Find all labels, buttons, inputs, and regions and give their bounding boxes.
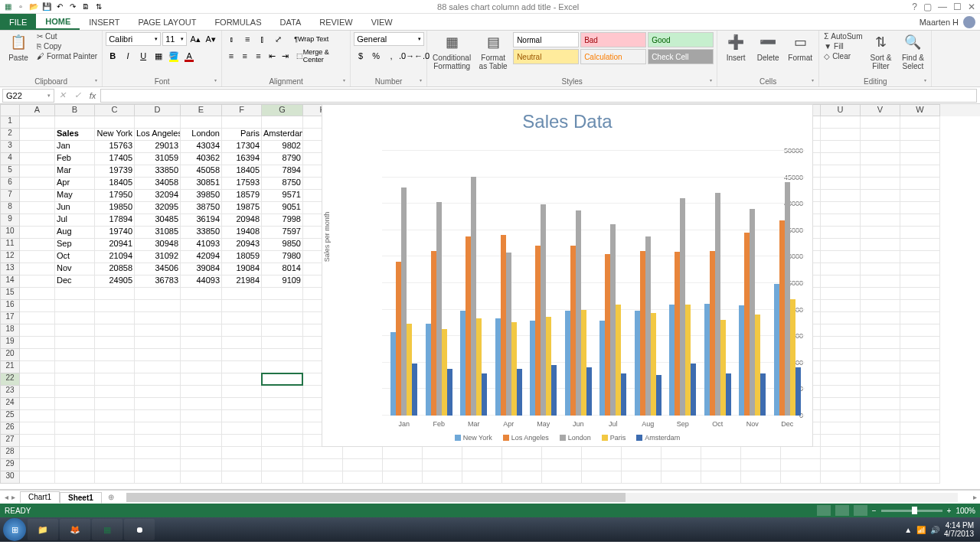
cell[interactable]	[135, 361, 181, 373]
cell[interactable]: 43034	[181, 141, 222, 153]
find-select-button[interactable]: 🔍Find & Select	[897, 32, 928, 72]
cell[interactable]	[262, 386, 303, 398]
cell[interactable]	[95, 116, 135, 129]
cell[interactable]	[55, 459, 95, 471]
cell[interactable]	[821, 471, 861, 484]
cell[interactable]: 17405	[95, 153, 135, 165]
cell[interactable]	[343, 459, 383, 471]
cell[interactable]	[20, 459, 55, 471]
cell[interactable]	[900, 300, 940, 312]
cell[interactable]	[821, 276, 861, 288]
legend-item[interactable]: Paris	[602, 434, 626, 442]
chart-plot-area[interactable]: Sales per month 050001000015000200002500…	[356, 135, 805, 431]
cell[interactable]: 34506	[135, 263, 181, 276]
col-header-V[interactable]: V	[861, 104, 900, 116]
cell[interactable]	[181, 337, 222, 349]
embedded-chart[interactable]: Sales Data Sales per month 0500010000150…	[322, 104, 813, 447]
cell[interactable]	[622, 471, 662, 484]
cell[interactable]	[861, 153, 900, 165]
cell[interactable]	[542, 459, 582, 471]
row-header[interactable]: 20	[0, 349, 20, 361]
bar[interactable]	[635, 311, 640, 416]
cell[interactable]	[55, 471, 95, 484]
fx-icon[interactable]: fx	[85, 91, 100, 100]
cell-styles-gallery[interactable]: NormalBadGoodNeutralCalculationCheck Cel…	[513, 32, 714, 64]
bar[interactable]	[431, 251, 436, 416]
cell[interactable]	[821, 349, 861, 361]
legend-item[interactable]: Los Angeles	[503, 434, 549, 442]
col-header-E[interactable]: E	[181, 104, 222, 116]
cell[interactable]	[222, 300, 262, 312]
cell[interactable]	[861, 178, 900, 190]
cell[interactable]	[20, 373, 55, 386]
cell[interactable]: New York	[95, 129, 135, 141]
sheet-nav[interactable]: ◂▸	[0, 493, 20, 501]
row-header[interactable]: 21	[0, 361, 20, 373]
font-size-combo[interactable]: 11▾	[162, 32, 187, 46]
cell[interactable]	[900, 410, 940, 422]
cell[interactable]: 16394	[222, 153, 262, 165]
cell[interactable]	[900, 422, 940, 435]
bar-group[interactable]: Feb	[422, 135, 457, 416]
cell[interactable]	[135, 410, 181, 422]
cell[interactable]: 45058	[181, 165, 222, 178]
cell[interactable]	[701, 471, 741, 484]
ribbon-display-icon[interactable]: ▢	[923, 2, 932, 12]
cell[interactable]	[821, 227, 861, 239]
bar[interactable]	[546, 317, 551, 416]
cell[interactable]	[900, 165, 940, 178]
bar[interactable]	[517, 369, 522, 416]
cell[interactable]	[861, 471, 900, 484]
bar[interactable]	[511, 322, 517, 416]
cell[interactable]	[181, 435, 222, 447]
cell[interactable]	[303, 447, 343, 459]
tab-file[interactable]: FILE	[0, 14, 36, 30]
bar[interactable]	[750, 209, 755, 416]
cell[interactable]	[262, 300, 303, 312]
cell[interactable]	[423, 447, 462, 459]
cell[interactable]	[861, 300, 900, 312]
cell[interactable]: 20941	[95, 239, 135, 251]
cell[interactable]	[262, 447, 303, 459]
bar[interactable]	[495, 318, 501, 416]
cell[interactable]	[181, 288, 222, 300]
cell[interactable]	[20, 337, 55, 349]
cell[interactable]: 18405	[95, 178, 135, 190]
cell[interactable]	[861, 251, 900, 263]
indent-right-icon[interactable]: ⇥	[279, 49, 292, 63]
cell[interactable]	[20, 300, 55, 312]
cell[interactable]	[55, 422, 95, 435]
row-header[interactable]: 7	[0, 190, 20, 202]
system-tray[interactable]: ▲ 📶 🔊 4:14 PM 4/7/2013	[904, 521, 977, 538]
cell[interactable]	[262, 324, 303, 337]
cell[interactable]	[861, 288, 900, 300]
bar[interactable]	[599, 321, 605, 416]
bar-group[interactable]: Apr	[492, 135, 527, 416]
print-preview-icon[interactable]: 🗎	[80, 2, 91, 12]
cell[interactable]	[462, 447, 502, 459]
cell[interactable]: Los Angeles	[135, 129, 181, 141]
formula-input[interactable]	[100, 89, 977, 103]
cell[interactable]	[900, 263, 940, 276]
chart-title[interactable]: Sales Data	[322, 105, 812, 135]
cell[interactable]	[135, 373, 181, 386]
cell[interactable]	[135, 435, 181, 447]
cell[interactable]: 20948	[222, 214, 262, 227]
cell[interactable]: 39084	[181, 263, 222, 276]
cell[interactable]	[20, 165, 55, 178]
bar[interactable]	[466, 236, 471, 416]
cell[interactable]	[861, 227, 900, 239]
bar[interactable]	[586, 367, 592, 416]
add-sheet-button[interactable]: ⊕	[102, 493, 120, 501]
cell[interactable]: Jan	[55, 141, 95, 153]
cell[interactable]	[135, 300, 181, 312]
cell[interactable]	[821, 288, 861, 300]
legend-item[interactable]: Amsterdam	[636, 434, 680, 442]
cell[interactable]	[542, 447, 582, 459]
cell[interactable]	[900, 324, 940, 337]
cell[interactable]	[20, 276, 55, 288]
cell[interactable]: 20858	[95, 263, 135, 276]
cell[interactable]	[222, 324, 262, 337]
tab-review[interactable]: REVIEW	[310, 14, 361, 30]
cell[interactable]	[181, 447, 222, 459]
